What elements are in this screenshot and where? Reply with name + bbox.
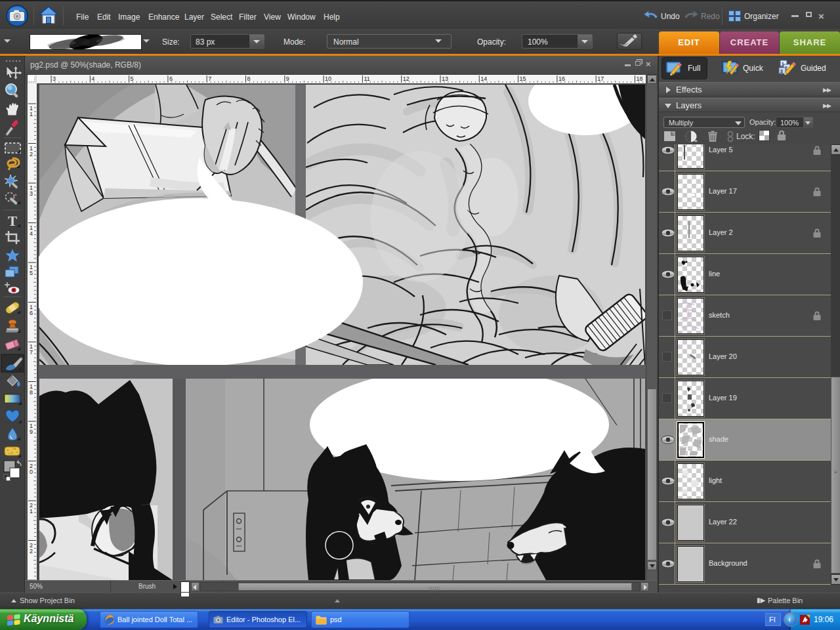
svg-text:16: 16 — [558, 75, 565, 82]
svg-text:4: 4 — [91, 75, 94, 82]
svg-text:6: 6 — [169, 75, 173, 82]
svg-text:1: 1 — [30, 508, 33, 514]
svg-text:0: 0 — [30, 469, 33, 475]
svg-text:15: 15 — [520, 75, 526, 82]
svg-text:3: 3 — [30, 190, 33, 197]
svg-text:14: 14 — [480, 75, 487, 82]
svg-text:18: 18 — [637, 75, 643, 82]
svg-text:9: 9 — [286, 75, 289, 82]
svg-text:13: 13 — [442, 75, 448, 82]
svg-text:7: 7 — [208, 75, 211, 82]
svg-text:8: 8 — [247, 75, 251, 82]
svg-text:3: 3 — [780, 68, 784, 74]
svg-text:11: 11 — [364, 75, 369, 82]
svg-text:2: 2 — [30, 548, 33, 555]
svg-text:3: 3 — [52, 75, 56, 82]
svg-text:7: 7 — [30, 349, 33, 356]
svg-text:10: 10 — [325, 75, 331, 82]
svg-text:9: 9 — [30, 429, 33, 435]
svg-text:8: 8 — [30, 389, 33, 396]
svg-text:12: 12 — [403, 75, 410, 82]
svg-text:4: 4 — [30, 230, 33, 237]
svg-text:6: 6 — [30, 310, 33, 316]
svg-text:1: 1 — [30, 111, 33, 117]
svg-text:5: 5 — [131, 75, 134, 82]
svg-text:2: 2 — [30, 151, 33, 158]
svg-text:T: T — [8, 213, 17, 229]
svg-text:5: 5 — [30, 270, 33, 276]
svg-text:17: 17 — [597, 75, 604, 82]
